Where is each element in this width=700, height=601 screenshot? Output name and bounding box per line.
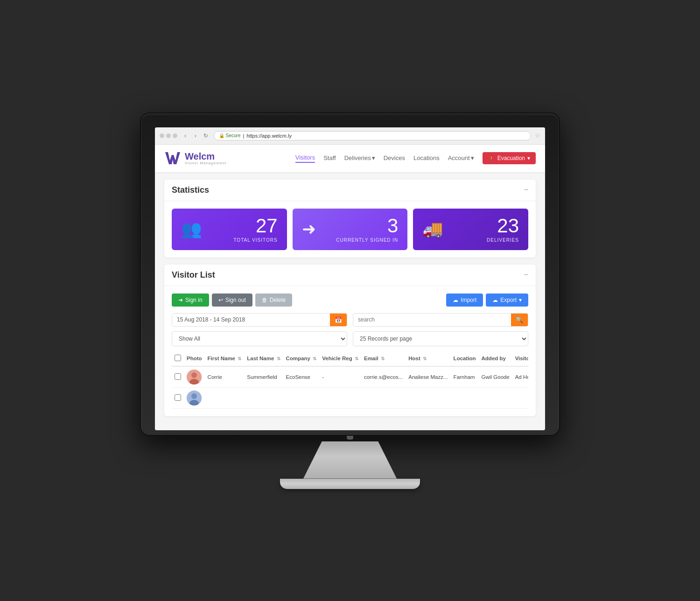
logo-subtitle: Visitor Management: [185, 161, 226, 165]
th-email[interactable]: Email ⇅: [361, 351, 406, 366]
address-separator: |: [243, 133, 244, 139]
visitor-list-card: Visitor List − ➜ Sign in: [164, 265, 536, 416]
row-last-name: Summerfield: [244, 366, 283, 388]
search-filter: 🔍: [353, 313, 528, 327]
export-dropdown-icon: ▾: [519, 297, 522, 303]
evacuation-button[interactable]: 🚶 Evacuation ▾: [483, 152, 536, 164]
th-first-name[interactable]: First Name ⇅: [205, 351, 245, 366]
search-button[interactable]: 🔍: [511, 314, 528, 326]
signed-in-number: 3: [336, 216, 398, 236]
browser-refresh-btn[interactable]: ↻: [202, 132, 210, 140]
visitor-action-buttons-right: ☁ Import ☁ Export ▾: [446, 294, 528, 307]
visitor-list-collapse-btn[interactable]: −: [524, 271, 528, 279]
deliveries-number: 23: [487, 216, 519, 236]
import-icon: ☁: [453, 297, 458, 303]
visitor-table-wrap: Photo First Name ⇅ Last Name: [172, 351, 528, 409]
visitor-action-buttons-left: ➜ Sign in ↩ Sign out 🗑: [172, 294, 292, 307]
th-location: Location: [451, 351, 479, 366]
date-picker-button[interactable]: 📅: [330, 314, 347, 326]
statistics-collapse-btn[interactable]: −: [524, 186, 528, 194]
statistics-title: Statistics: [172, 185, 209, 195]
browser-chrome: ‹ › ↻ 🔒 Secure | https://app.welcm.ly ☆: [155, 127, 545, 145]
filters-row-2: Show All 25 Records per page: [172, 331, 528, 346]
row-2-checkbox[interactable]: [175, 394, 181, 401]
row-company: EcoSense: [283, 366, 320, 388]
table-row-2: [172, 387, 528, 408]
signed-in-icon: ➜: [302, 219, 316, 239]
total-visitors-number: 27: [233, 216, 277, 236]
date-range-filter: 📅: [172, 313, 347, 327]
monitor-stand: [303, 441, 397, 479]
row-checkbox[interactable]: [175, 373, 181, 380]
account-dropdown-icon: ▾: [471, 154, 474, 161]
monitor-notch: [347, 436, 353, 440]
address-bar[interactable]: 🔒 Secure | https://app.welcm.ly: [214, 131, 531, 140]
delete-icon: 🗑: [262, 297, 267, 303]
show-all-select-wrap: Show All: [172, 331, 347, 346]
th-company[interactable]: Company ⇅: [283, 351, 320, 366]
th-last-name[interactable]: Last Name ⇅: [244, 351, 283, 366]
monitor-base: [280, 479, 420, 489]
import-button[interactable]: ☁ Import: [446, 294, 483, 307]
vehicle-sort-icon: ⇅: [355, 356, 358, 361]
sign-in-button[interactable]: ➜ Sign in: [172, 294, 209, 307]
browser-back-btn[interactable]: ‹: [181, 132, 189, 140]
browser-nav: ‹ › ↻: [181, 132, 210, 140]
table-body: Corrie Summerfield EcoSense - corrie.s@e…: [172, 366, 528, 409]
visitor-list-title: Visitor List: [172, 270, 215, 280]
search-input[interactable]: [353, 314, 511, 326]
signed-in-label: CURRENTLY SIGNED IN: [336, 238, 398, 243]
nav-deliveries[interactable]: Deliveries ▾: [344, 154, 375, 162]
nav-devices[interactable]: Devices: [384, 154, 405, 162]
browser-minimize-btn[interactable]: [166, 133, 171, 138]
th-host[interactable]: Host ⇅: [406, 351, 450, 366]
show-all-select[interactable]: Show All: [172, 332, 347, 346]
nav-staff[interactable]: Staff: [323, 154, 336, 162]
visitor-table: Photo First Name ⇅ Last Name: [172, 351, 528, 409]
logo-text: Welcm Visitor Management: [185, 152, 226, 165]
delete-button[interactable]: 🗑 Delete: [255, 294, 293, 307]
evacuation-dropdown-icon: ▾: [527, 155, 530, 161]
evacuation-icon: 🚶: [488, 155, 495, 161]
deliveries-stat-icon: 🚚: [422, 219, 443, 239]
nav-locations[interactable]: Locations: [413, 154, 440, 162]
select-all-checkbox[interactable]: [175, 355, 181, 361]
row-location: Farnham: [451, 366, 479, 388]
row-photo: [187, 370, 202, 384]
th-vehicle-reg[interactable]: Vehicle Reg ⇅: [319, 351, 361, 366]
svg-point-5: [191, 393, 197, 399]
row-added-by: Gwil Goode: [479, 366, 512, 388]
th-checkbox: [172, 351, 184, 366]
records-per-page-select[interactable]: 25 Records per page: [353, 332, 528, 346]
row-photo-cell: [184, 366, 205, 388]
visitor-list-card-header: Visitor List −: [164, 265, 536, 286]
stat-currently-signed-in: ➜ 3 CURRENTLY SIGNED IN: [293, 209, 408, 250]
visitors-icon: 👥: [181, 219, 202, 239]
export-button[interactable]: ☁ Export ▾: [486, 294, 528, 307]
nav-visitors[interactable]: Visitors: [295, 154, 315, 163]
app-container: Welcm Visitor Management Visitors Staff …: [155, 145, 545, 430]
table-header: Photo First Name ⇅ Last Name: [172, 351, 528, 366]
url-text: https://app.welcm.ly: [246, 133, 292, 139]
date-range-input[interactable]: [172, 314, 330, 326]
main-content: Statistics − 👥 27 TOTAL VISITORS: [155, 173, 545, 430]
sign-out-button[interactable]: ↩ Sign out: [212, 294, 252, 307]
first-name-sort-icon: ⇅: [238, 356, 241, 361]
browser-maximize-btn[interactable]: [173, 133, 177, 138]
row-vehicle-reg: -: [319, 366, 361, 388]
export-icon: ☁: [492, 297, 498, 303]
row-visitor-type: Ad Hoc: [512, 366, 528, 388]
nav-account[interactable]: Account ▾: [448, 154, 474, 162]
th-added-by: Added by: [479, 351, 512, 366]
browser-close-btn[interactable]: [160, 133, 164, 138]
th-photo: Photo: [184, 351, 205, 366]
statistics-card-body: 👥 27 TOTAL VISITORS ➜ 3: [164, 201, 536, 258]
statistics-card: Statistics − 👥 27 TOTAL VISITORS: [164, 180, 536, 258]
browser-forward-btn[interactable]: ›: [191, 132, 200, 140]
bookmark-icon[interactable]: ☆: [535, 132, 540, 139]
deliveries-dropdown-icon: ▾: [372, 154, 375, 161]
row-checkbox-cell: [172, 366, 184, 388]
table-header-row: Photo First Name ⇅ Last Name: [172, 351, 528, 366]
host-sort-icon: ⇅: [423, 356, 427, 361]
secure-badge: 🔒 Secure: [219, 133, 240, 138]
